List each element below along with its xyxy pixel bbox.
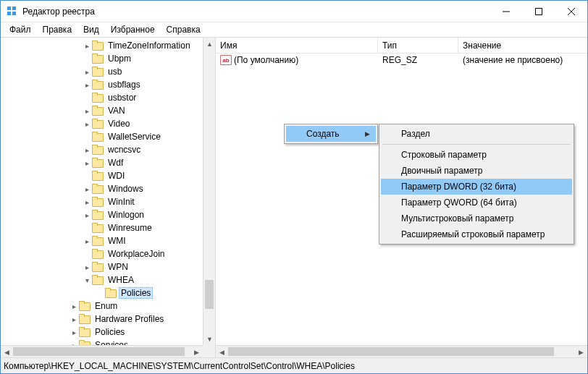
chevron-right-icon[interactable]: ▸ <box>82 42 92 50</box>
tree-node[interactable]: ▸usb <box>1 65 215 78</box>
context-menu[interactable]: Создать ▶ <box>284 124 378 144</box>
menu-item-new-dword[interactable]: Параметр DWORD (32 бита) <box>381 179 572 195</box>
value-name: (По умолчанию) <box>234 55 298 65</box>
app-icon <box>7 6 18 17</box>
chevron-right-icon[interactable]: ▸ <box>82 107 92 115</box>
tree-node[interactable]: ▸Video <box>1 117 215 130</box>
tree-node[interactable]: ▸TimeZoneInformation <box>1 39 215 52</box>
menu-separator <box>382 144 571 145</box>
menu-help[interactable]: Справка <box>161 23 206 36</box>
tree-node-label: Winresume <box>106 223 154 233</box>
column-name[interactable]: Имя <box>216 38 378 53</box>
chevron-right-icon[interactable]: ▸ <box>82 211 92 219</box>
chevron-right-icon[interactable]: ▸ <box>82 68 92 76</box>
tree-scrollbar-vertical[interactable]: ▲ ▼ <box>203 38 215 345</box>
close-button[interactable] <box>555 1 587 22</box>
menu-item-new-multistring[interactable]: Мультистроковый параметр <box>381 211 572 226</box>
value-type: REG_SZ <box>378 55 458 65</box>
maximize-button[interactable] <box>522 1 555 22</box>
chevron-right-icon[interactable]: ▸ <box>82 146 92 154</box>
tree-node-label: usbstor <box>106 93 138 103</box>
folder-icon <box>92 197 104 207</box>
chevron-right-icon[interactable]: ▸ <box>82 237 92 245</box>
column-value[interactable]: Значение <box>458 38 587 53</box>
chevron-right-icon[interactable]: ▸ <box>82 81 92 89</box>
tree-node[interactable]: ▸usbflags <box>1 78 215 91</box>
chevron-right-icon[interactable]: ▸ <box>82 263 92 271</box>
minimize-button[interactable] <box>490 1 522 22</box>
tree-node-label: WorkplaceJoin <box>106 249 167 259</box>
context-submenu-new[interactable]: Раздел Строковый параметр Двоичный парам… <box>379 124 574 245</box>
menu-file[interactable]: Файл <box>4 23 37 36</box>
folder-icon <box>92 106 104 116</box>
scroll-left-icon[interactable]: ◀ <box>216 346 228 358</box>
tree-node-label: WDI <box>106 171 127 181</box>
tree-node[interactable]: ▸Winresume <box>1 221 215 234</box>
menu-favorites[interactable]: Избранное <box>105 23 161 36</box>
tree-node-label: usb <box>106 67 124 77</box>
tree-node[interactable]: ▸Ubpm <box>1 52 215 65</box>
chevron-right-icon[interactable]: ▸ <box>82 198 92 206</box>
tree-node[interactable]: ▸VAN <box>1 104 215 117</box>
tree-node[interactable]: ▸usbstor <box>1 91 215 104</box>
tree-node[interactable]: ▾WHEA <box>1 273 215 286</box>
tree-node-label: usbflags <box>106 80 143 90</box>
list-scrollbar-horizontal[interactable]: ◀ ▶ <box>216 345 587 357</box>
folder-icon <box>79 301 91 311</box>
folder-icon <box>92 249 104 259</box>
folder-icon <box>92 67 104 77</box>
tree-scroll-thumb-v[interactable] <box>205 280 214 309</box>
menu-item-new-binary[interactable]: Двоичный параметр <box>381 163 572 179</box>
tree-scroll-corner <box>203 345 215 357</box>
list-header: Имя Тип Значение <box>216 38 587 54</box>
menu-item-new-qword[interactable]: Параметр QWORD (64 бита) <box>381 195 572 211</box>
folder-icon <box>92 210 104 220</box>
registry-tree[interactable]: ▸TimeZoneInformation▸Ubpm▸usb▸usbflags▸u… <box>1 38 215 353</box>
folder-icon <box>92 93 104 103</box>
tree-node[interactable]: ▸Wdf <box>1 156 215 169</box>
titlebar: Редактор реестра <box>1 1 587 22</box>
menu-edit[interactable]: Правка <box>37 23 78 36</box>
folder-icon <box>92 171 104 181</box>
menu-item-new-string[interactable]: Строковый параметр <box>381 147 572 163</box>
tree-node-label: WHEA <box>106 275 136 285</box>
chevron-right-icon[interactable]: ▸ <box>69 328 79 336</box>
tree-node[interactable]: ▸WDI <box>1 169 215 182</box>
scroll-left-icon[interactable]: ◀ <box>1 346 13 357</box>
tree-node[interactable]: ▸WinInit <box>1 195 215 208</box>
tree-node[interactable]: ▸Enum <box>1 299 215 313</box>
tree-scrollbar-horizontal[interactable]: ◀ ▶ <box>1 345 203 357</box>
menu-item-create[interactable]: Создать ▶ <box>286 126 376 142</box>
tree-node[interactable]: ▸Policies <box>1 286 215 299</box>
menu-view[interactable]: Вид <box>77 23 105 36</box>
tree-node[interactable]: ▸Windows <box>1 182 215 195</box>
scroll-up-icon[interactable]: ▲ <box>203 38 216 50</box>
scroll-right-icon[interactable]: ▶ <box>190 346 203 357</box>
tree-node[interactable]: ▸WMI <box>1 234 215 247</box>
folder-icon <box>92 54 104 64</box>
chevron-right-icon[interactable]: ▸ <box>82 185 92 193</box>
list-scroll-thumb-h[interactable] <box>228 347 554 356</box>
list-row[interactable]: ab (По умолчанию) REG_SZ (значение не пр… <box>216 54 587 67</box>
column-type[interactable]: Тип <box>378 38 458 53</box>
string-value-icon: ab <box>220 55 232 65</box>
menu-item-new-expandstring[interactable]: Расширяемый строковый параметр <box>381 226 572 242</box>
chevron-down-icon[interactable]: ▾ <box>82 276 92 284</box>
scroll-right-icon[interactable]: ▶ <box>575 346 587 358</box>
tree-scroll-thumb-h[interactable] <box>13 347 185 356</box>
tree-node[interactable]: ▸WPN <box>1 260 215 273</box>
chevron-right-icon[interactable]: ▸ <box>69 302 79 310</box>
chevron-right-icon[interactable]: ▸ <box>82 159 92 167</box>
tree-node[interactable]: ▸wcncsvc <box>1 143 215 156</box>
tree-node[interactable]: ▸WalletService <box>1 130 215 143</box>
tree-node[interactable]: ▸Policies <box>1 326 215 339</box>
chevron-right-icon[interactable]: ▸ <box>69 315 79 323</box>
scroll-down-icon[interactable]: ▼ <box>203 333 216 345</box>
tree-node[interactable]: ▸Winlogon <box>1 208 215 221</box>
chevron-right-icon[interactable]: ▸ <box>82 120 92 128</box>
statusbar: Компьютер\HKEY_LOCAL_MACHINE\SYSTEM\Curr… <box>1 357 587 373</box>
value-data: (значение не присвоено) <box>458 55 587 65</box>
menu-item-new-key[interactable]: Раздел <box>381 126 572 142</box>
tree-node[interactable]: ▸Hardware Profiles <box>1 313 215 326</box>
tree-node[interactable]: ▸WorkplaceJoin <box>1 247 215 260</box>
